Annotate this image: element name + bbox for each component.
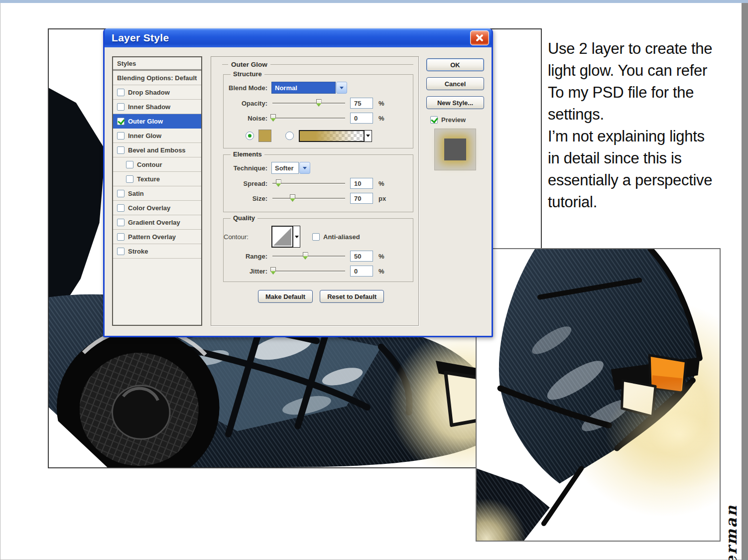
technique-value: Softer bbox=[271, 162, 299, 174]
new-style-button[interactable]: New Style... bbox=[426, 96, 484, 109]
chevron-down-icon[interactable] bbox=[336, 82, 347, 94]
noise-unit: % bbox=[375, 115, 389, 122]
style-item-bevel-and-emboss[interactable]: Bevel and Emboss bbox=[113, 143, 201, 157]
checkbox-icon[interactable] bbox=[117, 103, 125, 111]
antialiased-checkbox[interactable] bbox=[312, 233, 320, 241]
glow-color-swatch[interactable] bbox=[258, 130, 271, 142]
slider-thumb[interactable] bbox=[303, 252, 308, 260]
close-button[interactable] bbox=[470, 30, 489, 45]
slider-thumb[interactable] bbox=[270, 267, 276, 275]
cancel-button[interactable]: Cancel bbox=[426, 77, 484, 90]
style-item-inner-shadow[interactable]: Inner Shadow bbox=[113, 100, 201, 114]
checkbox-icon[interactable] bbox=[117, 233, 125, 241]
contour-arrow-icon[interactable] bbox=[293, 226, 300, 248]
quality-legend: Quality bbox=[231, 214, 257, 222]
size-value[interactable]: 70 bbox=[350, 193, 373, 204]
slider-track bbox=[272, 183, 345, 184]
note-line: To my PSD file for the bbox=[548, 82, 741, 104]
slider-track bbox=[272, 103, 345, 104]
spread-unit: % bbox=[375, 180, 389, 187]
author-signature: ~Jokerman bbox=[723, 504, 740, 560]
spread-slider[interactable] bbox=[271, 179, 346, 188]
tutorial-note: Use 2 layer to create the light glow. Yo… bbox=[548, 38, 741, 213]
style-item-label: Gradient Overlay bbox=[128, 219, 180, 226]
style-item-blending-options[interactable]: Blending Options: Default bbox=[113, 71, 201, 85]
ok-button[interactable]: OK bbox=[426, 58, 484, 71]
artwork-panel-zoom bbox=[476, 248, 721, 542]
make-default-button[interactable]: Make Default bbox=[258, 290, 313, 303]
chevron-down-icon[interactable] bbox=[299, 162, 310, 174]
color-radio[interactable] bbox=[246, 132, 254, 140]
contour-picker[interactable] bbox=[271, 226, 301, 248]
reset-to-default-button[interactable]: Reset to Default bbox=[320, 290, 384, 303]
car-artwork-zoom bbox=[477, 249, 720, 541]
blend-mode-select[interactable]: Normal bbox=[271, 82, 347, 94]
style-item-texture[interactable]: Texture bbox=[113, 172, 201, 186]
spread-label: Spread: bbox=[224, 180, 271, 187]
checkbox-icon[interactable] bbox=[117, 89, 125, 96]
dialog-body: Styles Blending Options: Default Drop Sh… bbox=[105, 47, 492, 336]
range-slider[interactable] bbox=[271, 252, 346, 261]
checkbox-icon[interactable] bbox=[117, 118, 125, 125]
jitter-slider[interactable] bbox=[271, 267, 346, 276]
slider-thumb[interactable] bbox=[270, 114, 276, 122]
noise-label: Noise: bbox=[224, 115, 271, 122]
size-unit: px bbox=[375, 195, 389, 202]
technique-select[interactable]: Softer bbox=[271, 162, 310, 174]
style-item-label: Pattern Overlay bbox=[128, 233, 176, 241]
style-item-drop-shadow[interactable]: Drop Shadow bbox=[113, 85, 201, 100]
glow-gradient-bar[interactable] bbox=[299, 130, 365, 142]
checkbox-icon[interactable] bbox=[126, 161, 133, 168]
checkbox-icon[interactable] bbox=[126, 175, 133, 183]
style-item-contour[interactable]: Contour bbox=[113, 157, 201, 172]
gradient-radio[interactable] bbox=[285, 132, 294, 140]
structure-legend: Structure bbox=[231, 70, 264, 78]
checkbox-icon[interactable] bbox=[117, 248, 125, 255]
contour-label: Contour: bbox=[224, 233, 271, 241]
noise-slider[interactable] bbox=[271, 114, 346, 123]
slider-thumb[interactable] bbox=[290, 194, 295, 202]
structure-group: Structure Blend Mode: Normal Opacity: bbox=[223, 74, 413, 148]
range-value[interactable]: 50 bbox=[350, 251, 373, 262]
style-item-label: Inner Glow bbox=[128, 132, 161, 140]
style-item-inner-glow[interactable]: Inner Glow bbox=[113, 129, 201, 143]
layer-style-dialog: Layer Style Styles Blending Options: Def… bbox=[103, 28, 493, 337]
dialog-title: Layer Style bbox=[112, 32, 169, 44]
slider-thumb[interactable] bbox=[276, 179, 281, 187]
size-label: Size: bbox=[224, 195, 271, 202]
blend-mode-value: Normal bbox=[271, 82, 336, 94]
note-line: essentially a perspective bbox=[548, 169, 741, 191]
checkbox-icon[interactable] bbox=[117, 204, 125, 212]
style-item-gradient-overlay[interactable]: Gradient Overlay bbox=[113, 215, 201, 230]
jitter-value[interactable]: 0 bbox=[350, 266, 373, 277]
style-item-satin[interactable]: Satin bbox=[113, 186, 201, 201]
opacity-value[interactable]: 75 bbox=[350, 98, 373, 109]
dialog-actions: OK Cancel New Style... Preview bbox=[426, 58, 485, 170]
antialiased-label: Anti-aliased bbox=[323, 233, 360, 241]
note-line: settings. bbox=[548, 104, 741, 126]
noise-value[interactable]: 0 bbox=[350, 113, 373, 124]
preview-label: Preview bbox=[441, 116, 466, 124]
size-slider[interactable] bbox=[271, 194, 346, 203]
checkbox-icon[interactable] bbox=[117, 132, 125, 140]
spread-value[interactable]: 10 bbox=[350, 178, 373, 189]
style-item-color-overlay[interactable]: Color Overlay bbox=[113, 201, 201, 215]
elements-group: Elements Technique: Softer Spread: bbox=[223, 154, 413, 212]
opacity-slider[interactable] bbox=[271, 99, 346, 108]
checkbox-icon[interactable] bbox=[117, 146, 125, 154]
slide-right-gutter bbox=[742, 3, 748, 560]
style-item-pattern-overlay[interactable]: Pattern Overlay bbox=[113, 230, 201, 244]
gradient-picker-arrow-icon[interactable] bbox=[365, 130, 372, 142]
style-item-label: Outer Glow bbox=[128, 118, 163, 125]
checkbox-icon[interactable] bbox=[117, 190, 125, 197]
style-item-stroke[interactable]: Stroke bbox=[113, 244, 201, 259]
dialog-titlebar[interactable]: Layer Style bbox=[105, 28, 492, 47]
style-item-outer-glow[interactable]: Outer Glow bbox=[113, 114, 201, 129]
slider-thumb[interactable] bbox=[316, 99, 322, 107]
slider-track bbox=[272, 118, 345, 119]
range-label: Range: bbox=[224, 253, 271, 260]
checkbox-icon[interactable] bbox=[117, 219, 125, 226]
contour-thumbnail[interactable] bbox=[271, 226, 293, 248]
preview-checkbox[interactable] bbox=[430, 116, 438, 124]
preview-glow-square bbox=[444, 139, 466, 160]
